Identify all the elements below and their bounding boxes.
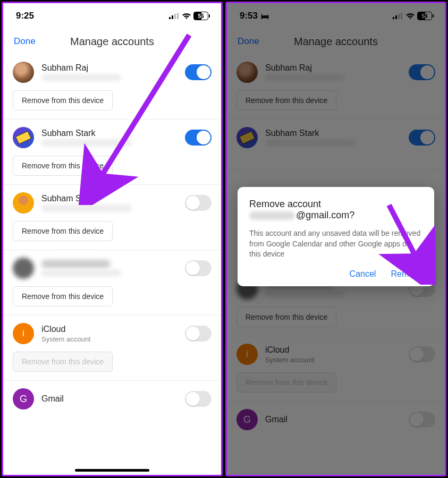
account-email-blurred <box>41 269 121 277</box>
remove-button[interactable]: Remove from this device <box>236 90 336 110</box>
account-email-blurred <box>265 290 345 297</box>
battery-icon: 56 <box>193 12 208 20</box>
account-item: i iCloud System account Remove from this… <box>227 336 445 402</box>
svg-rect-7 <box>398 14 400 19</box>
dialog-cancel-button[interactable]: Cancel <box>350 269 376 279</box>
account-item: Subham Raj Remove from this device <box>3 54 221 120</box>
cellular-icon <box>169 13 180 19</box>
account-email-blurred <box>41 74 121 81</box>
account-item: Subham Stark <box>227 120 445 170</box>
avatar: i <box>13 323 34 344</box>
avatar <box>13 127 34 148</box>
status-time: 9:25 <box>16 11 34 21</box>
remove-button[interactable]: Remove from this device <box>13 156 113 176</box>
account-email-blurred <box>41 204 132 212</box>
dialog-title: Remove account <box>249 199 422 210</box>
page-title: Manage accounts <box>227 36 445 48</box>
remove-button-disabled: Remove from this device <box>236 372 336 392</box>
account-email-blurred <box>265 74 345 81</box>
account-name: iCloud <box>41 325 177 334</box>
account-name: Gmail <box>265 415 401 424</box>
header: Done Manage accounts <box>3 29 221 54</box>
avatar: G <box>13 388 34 409</box>
sleep-icon: 🛏 <box>261 12 269 21</box>
account-email-blurred <box>41 139 132 147</box>
account-name: Subham Raj <box>265 63 401 73</box>
account-toggle[interactable] <box>185 130 212 146</box>
dialog-email: @gmail.com? <box>249 210 422 221</box>
account-name: Subham Stark <box>41 129 177 138</box>
account-toggle[interactable] <box>409 412 435 428</box>
account-name-blurred <box>41 260 111 268</box>
svg-rect-2 <box>174 14 176 19</box>
remove-button[interactable]: Remove from this device <box>13 286 113 306</box>
battery-icon: 54 <box>417 12 432 20</box>
svg-rect-8 <box>401 13 402 19</box>
phone-right: 9:53 🛏 54 Done Manage accounts Subham Ra… <box>225 2 446 476</box>
account-toggle[interactable] <box>185 195 212 211</box>
avatar <box>13 62 34 83</box>
account-name: iCloud <box>265 345 401 355</box>
account-subtitle: System account <box>265 356 401 364</box>
account-toggle[interactable] <box>185 391 212 407</box>
wifi-icon <box>182 13 191 20</box>
avatar: G <box>236 409 258 430</box>
account-name: Subham Raj <box>41 63 177 73</box>
avatar <box>236 62 258 83</box>
avatar <box>13 192 34 214</box>
svg-rect-0 <box>169 17 171 19</box>
cellular-icon <box>393 13 403 19</box>
account-toggle[interactable] <box>185 326 212 342</box>
accounts-list: Subham Raj Remove from this device Subha… <box>3 54 221 475</box>
status-bar: 9:25 56 <box>3 3 221 29</box>
remove-account-dialog: Remove account @gmail.com? This account … <box>238 187 434 286</box>
account-toggle[interactable] <box>185 260 212 276</box>
wifi-icon <box>405 13 415 20</box>
account-item: Subham Stark Remove from this device <box>3 120 221 185</box>
email-suffix: @gmail.com? <box>296 210 354 221</box>
remove-button-disabled: Remove from this device <box>13 352 113 372</box>
account-item: Subham Raj Remove from this device <box>227 54 445 120</box>
header: Done Manage accounts <box>227 29 445 54</box>
account-item: G Gmail <box>3 381 221 418</box>
account-toggle[interactable] <box>409 130 435 146</box>
account-item: G Gmail <box>227 402 445 439</box>
account-email-blurred <box>265 139 356 147</box>
svg-rect-6 <box>395 15 397 19</box>
account-item: i iCloud System account Remove from this… <box>3 315 221 381</box>
account-name: Subham Stark <box>265 129 401 138</box>
remove-button[interactable]: Remove from this device <box>13 221 113 241</box>
account-item: Remove from this device <box>3 250 221 315</box>
svg-rect-3 <box>177 13 179 19</box>
avatar <box>236 127 258 148</box>
avatar-blurred <box>13 258 34 279</box>
remove-button[interactable]: Remove from this device <box>236 307 336 327</box>
account-subtitle: System account <box>41 335 177 343</box>
svg-rect-1 <box>172 15 173 19</box>
status-bar: 9:53 🛏 54 <box>227 3 445 29</box>
done-button[interactable]: Done <box>14 36 36 47</box>
done-button[interactable]: Done <box>238 36 259 47</box>
phone-left: 9:25 56 Done Manage accounts Subham Raj <box>2 2 223 476</box>
account-toggle[interactable] <box>409 346 435 362</box>
account-name: Gmail <box>41 394 177 404</box>
status-time: 9:53 <box>240 11 258 21</box>
page-title: Manage accounts <box>3 36 221 48</box>
remove-button[interactable]: Remove from this device <box>13 90 113 110</box>
email-masked <box>249 211 295 220</box>
dialog-body: This account and any unsaved data will b… <box>249 228 422 260</box>
avatar: i <box>236 344 258 365</box>
account-name: Subham Stark <box>41 194 177 203</box>
home-indicator <box>75 469 149 472</box>
account-item: Subham Stark Remove from this device <box>3 185 221 250</box>
dialog-remove-button[interactable]: Remove <box>391 269 422 279</box>
account-toggle[interactable] <box>409 64 435 80</box>
account-toggle[interactable] <box>185 64 212 80</box>
svg-rect-5 <box>393 17 394 19</box>
